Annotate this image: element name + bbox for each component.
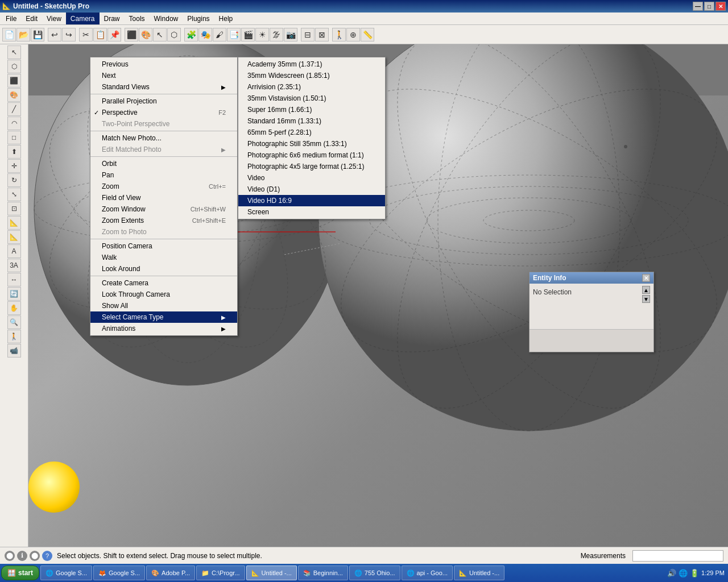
toolbar-scenes[interactable]: 🎬 — [241, 28, 255, 41]
tool-move[interactable]: ✛ — [7, 159, 21, 173]
tray-icon-2[interactable]: 🌐 — [679, 568, 688, 577]
menu-window[interactable]: Window — [150, 13, 183, 24]
camera-menu-position[interactable]: Position Camera — [90, 240, 237, 252]
camera-menu-show-all[interactable]: Show All — [90, 300, 237, 311]
tray-icon-3[interactable]: 🔋 — [690, 568, 699, 577]
status-icon-3[interactable]: ⬤ — [30, 551, 40, 561]
camera-menu-orbit[interactable]: Orbit — [90, 158, 237, 169]
camera-type-photo4x5[interactable]: Photographic 4x5 large format (1.25:1) — [238, 161, 385, 172]
toolbar-undo[interactable]: ↩ — [48, 28, 61, 41]
camera-menu-next[interactable]: Next — [90, 70, 237, 81]
tool-paint[interactable]: 🎨 — [7, 88, 21, 102]
camera-menu-look-through[interactable]: Look Through Camera — [90, 289, 237, 300]
toolbar-axes[interactable]: ⊕ — [346, 28, 360, 41]
taskbar-btn-1[interactable]: 🦊 Google S... — [93, 566, 145, 580]
close-button[interactable]: ✕ — [715, 2, 726, 11]
tool-text[interactable]: A — [7, 244, 21, 258]
start-button[interactable]: 🪟 start — [1, 566, 39, 580]
tool-offset[interactable]: ⊡ — [7, 202, 21, 215]
camera-menu-zoom-window[interactable]: Zoom Window Ctrl+Shift+W — [90, 203, 237, 215]
tool-rectangle[interactable]: □ — [7, 131, 21, 144]
measurements-input[interactable] — [632, 550, 723, 562]
tool-scale[interactable]: ⤡ — [7, 188, 21, 201]
menu-tools[interactable]: Tools — [125, 13, 150, 24]
tool-select[interactable]: ↖ — [7, 45, 21, 59]
menu-edit[interactable]: Edit — [21, 13, 42, 24]
camera-type-65mm[interactable]: 65mm 5-perf (2.28:1) — [238, 127, 385, 138]
camera-menu-field-of-view[interactable]: Field of View — [90, 192, 237, 203]
toolbar-section-cuts[interactable]: ⊠ — [315, 28, 329, 41]
camera-type-standard16[interactable]: Standard 16mm (1.33:1) — [238, 115, 385, 127]
menu-draw[interactable]: Draw — [100, 13, 125, 24]
menu-plugins[interactable]: Plugins — [183, 13, 214, 24]
camera-type-video-hd[interactable]: Video HD 16:9 — [238, 195, 385, 206]
camera-menu-match-photo[interactable]: Match New Photo... — [90, 132, 237, 144]
taskbar-btn-0[interactable]: 🌐 Google S... — [40, 566, 92, 580]
toolbar-paint[interactable]: 🎨 — [139, 28, 152, 41]
camera-type-vistavision[interactable]: 35mm Vistavision (1.50:1) — [238, 93, 385, 104]
tool-line[interactable]: ╱ — [7, 102, 21, 116]
camera-type-video[interactable]: Video — [238, 172, 385, 184]
camera-menu-parallel[interactable]: Parallel Projection — [90, 95, 237, 107]
tool-arc[interactable]: ◠ — [7, 117, 21, 130]
tool-walk[interactable]: 🚶 — [7, 330, 21, 343]
toolbar-paste[interactable]: 📌 — [107, 28, 121, 41]
camera-type-screen[interactable]: Screen — [238, 206, 385, 218]
toolbar-redo[interactable]: ↪ — [62, 28, 76, 41]
toolbar-make-component[interactable]: ⬡ — [167, 28, 181, 41]
menu-help[interactable]: Help — [214, 13, 238, 24]
toolbar-copy[interactable]: 📋 — [93, 28, 107, 41]
status-icon-help[interactable]: ? — [42, 551, 52, 561]
camera-type-35mm-wide[interactable]: 35mm Widescreen (1.85:1) — [238, 70, 385, 81]
status-icon-1[interactable]: ⬤ — [5, 551, 15, 561]
camera-menu-look-around[interactable]: Look Around — [90, 263, 237, 275]
toolbar-guides[interactable]: 📏 — [361, 28, 374, 41]
toolbar-match-photo[interactable]: 📷 — [284, 28, 297, 41]
toolbar-erase[interactable]: ⬛ — [125, 28, 138, 41]
entity-info-close-button[interactable]: ✕ — [642, 274, 650, 282]
toolbar-styles[interactable]: 🖌 — [213, 28, 226, 41]
camera-menu-standard-views[interactable]: Standard Views ▶ — [90, 81, 237, 93]
tool-rotate[interactable]: ↻ — [7, 173, 21, 187]
camera-menu-create-camera[interactable]: Create Camera — [90, 277, 237, 289]
tool-orbit[interactable]: 🔄 — [7, 287, 21, 301]
camera-type-photo6x6[interactable]: Photographic 6x6 medium format (1:1) — [238, 149, 385, 161]
toolbar-fog[interactable]: 🌫 — [270, 28, 283, 41]
minimize-button[interactable]: — — [693, 2, 703, 11]
camera-menu-select-type[interactable]: Select Camera Type ▶ — [90, 311, 237, 323]
camera-type-super16[interactable]: Super 16mm (1.66:1) — [238, 104, 385, 115]
tool-push-pull[interactable]: ⬆ — [7, 145, 21, 159]
taskbar-btn-5[interactable]: 📚 Beginnin... — [298, 566, 348, 580]
camera-menu-previous[interactable]: Previous — [90, 59, 237, 70]
entity-info-scroll-up[interactable]: ▲ — [642, 286, 650, 294]
tool-tape[interactable]: 📐 — [7, 216, 21, 230]
camera-menu-pan[interactable]: Pan — [90, 169, 237, 181]
tool-position-camera[interactable]: 📹 — [7, 344, 21, 357]
camera-menu-animations[interactable]: Animations ▶ — [90, 323, 237, 334]
camera-type-academy35[interactable]: Academy 35mm (1.37:1) — [238, 59, 385, 70]
taskbar-btn-2[interactable]: 🎨 Adobe P... — [146, 566, 195, 580]
tool-3d-text[interactable]: 3A — [7, 259, 21, 272]
toolbar-new[interactable]: 📄 — [2, 28, 16, 41]
taskbar-btn-7[interactable]: 🌐 api - Goo... — [402, 566, 453, 580]
toolbar-open[interactable]: 📂 — [16, 28, 30, 41]
toolbar-cut[interactable]: ✂ — [79, 28, 93, 41]
menu-file[interactable]: File — [1, 13, 21, 24]
toolbar-layers[interactable]: 📑 — [227, 28, 241, 41]
tray-icon-1[interactable]: 🔊 — [667, 568, 676, 577]
toolbar-materials[interactable]: 🎭 — [198, 28, 212, 41]
tool-eraser[interactable]: ⬛ — [7, 74, 21, 88]
camera-menu-zoom-extents[interactable]: Zoom Extents Ctrl+Shift+E — [90, 215, 237, 226]
tool-component[interactable]: ⬡ — [7, 60, 21, 73]
tool-zoom[interactable]: 🔍 — [7, 315, 21, 329]
camera-menu-walk[interactable]: Walk — [90, 252, 237, 263]
toolbar-select[interactable]: ↖ — [153, 28, 167, 41]
taskbar-btn-6[interactable]: 🌐 755 Ohio... — [349, 566, 400, 580]
taskbar-btn-3[interactable]: 📁 C:\Progr... — [196, 566, 245, 580]
toolbar-section-plane[interactable]: ⊟ — [301, 28, 315, 41]
camera-menu-perspective[interactable]: Perspective F2 — [90, 107, 237, 118]
status-icon-2[interactable]: ℹ — [17, 551, 27, 561]
toolbar-walkthrough[interactable]: 🚶 — [332, 28, 346, 41]
camera-type-video-d1[interactable]: Video (D1) — [238, 184, 385, 195]
menu-camera[interactable]: Camera — [66, 13, 100, 24]
